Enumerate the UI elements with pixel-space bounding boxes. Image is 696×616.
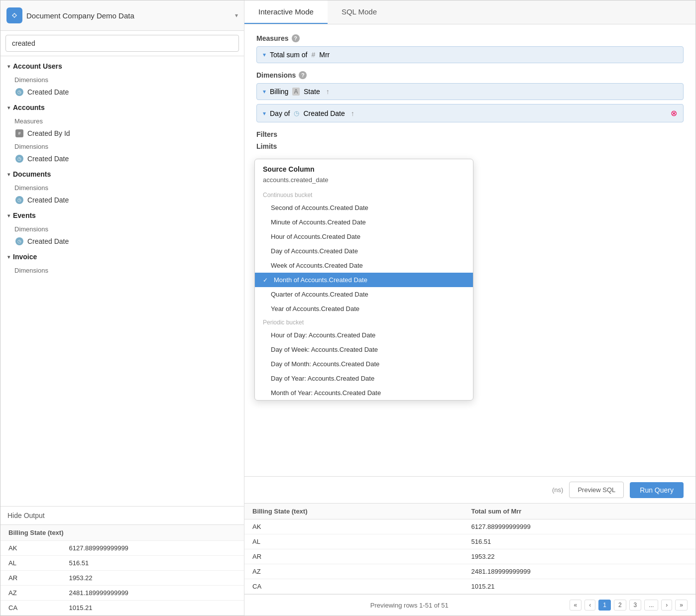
pagination-page-2[interactable]: 2 [614, 600, 626, 611]
dropdown-item-hour[interactable]: Hour of Accounts.Created Date [255, 229, 473, 244]
dropdown-item-day-of-week[interactable]: Day of Week: Accounts.Created Date [255, 342, 473, 357]
dropdown-item-hour-of-day[interactable]: Hour of Day: Accounts.Created Date [255, 328, 473, 342]
dayof-prefix: Day of [270, 109, 290, 117]
dimension-row-created-date[interactable]: ▾ Day of ◷ Created Date ↑ ⊗ [256, 104, 684, 122]
hide-output-toggle[interactable]: Hide Output [0, 506, 244, 524]
chevron-down-icon[interactable]: ▾ [235, 12, 238, 19]
table-row: CA 1015.21 [244, 579, 696, 594]
measures-row[interactable]: ▾ Total sum of # Mrr [256, 46, 684, 63]
sort-up-icon[interactable]: ↑ [326, 88, 330, 96]
clock-icon: ◷ [15, 155, 23, 163]
pagination-ellipsis[interactable]: ... [644, 600, 658, 611]
chevron-icon: ▾ [7, 254, 10, 260]
dropdown-item-day-of-year[interactable]: Day of Year: Accounts.Created Date [255, 371, 473, 386]
table-row: AR 1953.22 [0, 571, 244, 586]
sub-label-measures: Measures [0, 115, 244, 126]
item-label: Created By Id [27, 129, 70, 137]
preview-sql-button[interactable]: Preview SQL [569, 482, 624, 498]
sub-label-dimensions: Dimensions [0, 74, 244, 85]
state-cell: AZ [0, 586, 61, 601]
group-label: Events [13, 211, 36, 219]
tab-sql-mode[interactable]: SQL Mode [328, 0, 391, 24]
state-cell: AK [244, 519, 463, 534]
measures-help-icon[interactable]: ? [292, 34, 300, 42]
table-row: CA 1015.21 [0, 601, 244, 616]
dayof-arrow-icon: ▾ [263, 110, 266, 117]
pagination-bar: Previewing rows 1-51 of 51 « ‹ 1 2 3 ...… [244, 594, 696, 616]
item-label: Created Date [27, 237, 69, 245]
group-label: Documents [13, 170, 51, 178]
app-title: Document Company Demo Data [26, 11, 231, 20]
filters-label: Filters [256, 130, 684, 138]
group-account-users[interactable]: ▾ Account Users [0, 58, 244, 74]
hash-icon: # [15, 129, 23, 137]
measures-section-label: Measures ? [256, 34, 684, 42]
dropdown-item-month-of-year[interactable]: Month of Year: Accounts.Created Date [255, 386, 473, 400]
state-cell: AR [244, 549, 463, 564]
pagination-prev-button[interactable]: ‹ [584, 600, 595, 611]
left-bottom-results: Billing State (text) AK 6127.88999999999… [0, 524, 244, 616]
billing-arrow-icon: ▾ [263, 88, 266, 95]
tab-interactive-mode[interactable]: Interactive Mode [244, 0, 328, 24]
clock-icon: ◷ [15, 237, 23, 245]
value-cell: 1015.21 [61, 601, 244, 616]
left-header[interactable]: Document Company Demo Data ▾ [0, 0, 244, 31]
dropdown-item-second[interactable]: Second of Accounts.Created Date [255, 201, 473, 215]
dropdown-item-day-of-month[interactable]: Day of Month: Accounts.Created Date [255, 357, 473, 371]
dropdown-item-week[interactable]: Week of Accounts.Created Date [255, 258, 473, 273]
tree-item-accounts-created-date[interactable]: ◷ Created Date [0, 151, 244, 166]
group-invoice[interactable]: ▾ Invoice [0, 249, 244, 265]
left-tree: ▾ Account Users Dimensions ◷ Created Dat… [0, 56, 244, 506]
tree-item-account-users-created-date[interactable]: ◷ Created Date [0, 85, 244, 100]
sub-label-dimensions-docs: Dimensions [0, 182, 244, 193]
state-cell: AL [244, 534, 463, 549]
group-accounts[interactable]: ▾ Accounts [0, 100, 244, 115]
source-column-dropdown[interactable]: Source Column accounts.created_date Cont… [254, 159, 473, 401]
tree-item-accounts-created-by-id[interactable]: # Created By Id [0, 126, 244, 141]
item-label: Created Date [27, 196, 69, 204]
state-cell: AR [0, 571, 61, 586]
remove-dimension-button[interactable]: ⊗ [671, 108, 677, 118]
group-events[interactable]: ▾ Events [0, 207, 244, 223]
table-row: AR 1953.22 [244, 549, 696, 564]
sort-up-icon-2[interactable]: ↑ [351, 109, 354, 117]
billing-state-col-header: Billing State (text) [244, 504, 463, 519]
hash-icon: # [311, 51, 315, 59]
dropdown-item-year[interactable]: Year of Accounts.Created Date [255, 302, 473, 316]
state-cell: AL [0, 556, 61, 571]
value-cell: 2481.189999999999 [463, 564, 696, 579]
tree-item-events-created-date[interactable]: ◷ Created Date [0, 234, 244, 249]
results-table-right: Billing State (text) Total sum of Mrr AK… [244, 504, 696, 594]
app-icon [6, 7, 22, 23]
billing-field: State [304, 88, 320, 96]
item-label: Created Date [27, 88, 69, 96]
right-content: Measures ? ▾ Total sum of # Mrr Dimensio… [244, 24, 696, 476]
table-row: AK 6127.889999999999 [244, 519, 696, 534]
dropdown-item-day[interactable]: Day of Accounts.Created Date [255, 244, 473, 258]
billing-state-column-header: Billing State (text) [0, 525, 244, 541]
pagination-next-button[interactable]: › [661, 600, 672, 611]
tree-item-documents-created-date[interactable]: ◷ Created Date [0, 193, 244, 207]
dimension-row-billing-state[interactable]: ▾ Billing A State ↑ [256, 83, 684, 100]
pagination-page-3[interactable]: 3 [629, 600, 642, 611]
dropdown-item-month[interactable]: Month of Accounts.Created Date [255, 273, 473, 287]
pagination-last-button[interactable]: » [675, 600, 688, 611]
results-table: AK 6127.889999999999 AL 516.51 AR 1953.2… [0, 541, 244, 616]
dropdown-item-quarter[interactable]: Quarter of Accounts.Created Date [255, 287, 473, 302]
chevron-icon: ▾ [7, 213, 10, 218]
dropdown-item-minute[interactable]: Minute of Accounts.Created Date [255, 215, 473, 229]
pagination-first-button[interactable]: « [570, 600, 582, 611]
value-col-header: Total sum of Mrr [463, 504, 696, 519]
value-cell: 6127.889999999999 [61, 541, 244, 556]
pagination-page-1[interactable]: 1 [598, 600, 611, 611]
group-documents[interactable]: ▾ Documents [0, 166, 244, 182]
svg-point-1 [13, 14, 16, 17]
run-query-button[interactable]: Run Query [630, 482, 684, 498]
dimensions-help-icon[interactable]: ? [299, 71, 307, 79]
search-input[interactable] [5, 35, 239, 52]
rows-info: (ns) [552, 486, 563, 494]
chevron-icon: ▾ [7, 105, 10, 110]
clock-icon: ◷ [15, 196, 23, 204]
dimensions-section: Dimensions ? ▾ Billing A State ↑ ▾ Day o… [256, 71, 684, 122]
created-date-field: Created Date [303, 109, 345, 117]
